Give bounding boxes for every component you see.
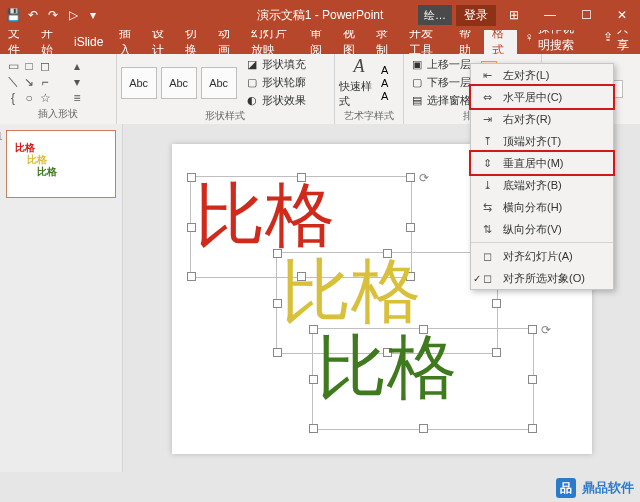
shape-arrow-icon[interactable]: ↘ [22, 75, 36, 89]
group-insert-shape-label: 插入形状 [4, 107, 112, 122]
effects-icon: ◐ [245, 94, 259, 108]
text-green: 比格 [313, 329, 533, 407]
group-shape-styles-label: 形状样式 [121, 109, 330, 124]
shape-rect-icon[interactable]: □ [22, 59, 36, 73]
tab-insert[interactable]: 插入 [111, 30, 144, 54]
close-icon[interactable]: ✕ [604, 0, 640, 30]
save-icon[interactable]: 💾 [4, 6, 22, 24]
thumb-text-green: 比格 [37, 165, 57, 179]
align-item-icon: ⇅ [479, 223, 495, 236]
style-preset-1[interactable]: Abc [121, 67, 157, 99]
contextual-tab-label: 绘… [418, 5, 452, 25]
shape-elbow-icon[interactable]: ⌐ [38, 75, 52, 89]
shape-star-icon[interactable]: ☆ [38, 91, 52, 105]
slideshow-icon[interactable]: ▷ [64, 6, 82, 24]
shape-spacer2 [54, 75, 68, 89]
quick-access-toolbar: 💾 ↶ ↷ ▷ ▾ [0, 0, 106, 30]
tab-file[interactable]: 文件 [0, 30, 33, 54]
qat-more-icon[interactable]: ▾ [84, 6, 102, 24]
send-backward-icon: ▢ [410, 76, 424, 90]
align-item-icon: ⤒ [479, 135, 495, 148]
align-item-label: 水平居中(C) [503, 90, 562, 105]
shape-fill-button[interactable]: ◪形状填充 [243, 56, 308, 73]
undo-icon[interactable]: ↶ [24, 6, 42, 24]
tab-islide[interactable]: iSlide [66, 30, 111, 54]
align-menu-item-5[interactable]: ⤓底端对齐(B) [471, 174, 613, 196]
shape-textbox-icon[interactable]: ▭ [6, 59, 20, 73]
tab-format[interactable]: 格式 [484, 30, 517, 54]
outline-icon: ▢ [245, 76, 259, 90]
ribbon-tabs: 文件 开始 iSlide 插入 设计 切换 动画 幻灯片放映 审阅 视图 录制 … [0, 30, 640, 54]
align-item-icon: ⇕ [479, 157, 495, 170]
align-menu-item-2[interactable]: ⇥右对齐(R) [471, 108, 613, 130]
watermark: 品 鼎品软件 [556, 474, 634, 502]
align-menu-item-6[interactable]: ⇆横向分布(H) [471, 196, 613, 218]
shape-curly-icon[interactable]: { [6, 91, 20, 105]
rotate-handle-icon[interactable]: ⟳ [419, 171, 429, 185]
tab-design[interactable]: 设计 [144, 30, 177, 54]
tab-review[interactable]: 审阅 [302, 30, 335, 54]
share-icon: ⇪ [603, 30, 613, 44]
window-title: 演示文稿1 - PowerPoint [257, 7, 384, 24]
align-menu-item-3[interactable]: ⤒顶端对齐(T) [471, 130, 613, 152]
tab-developer[interactable]: 开发工具 [401, 30, 451, 54]
tab-slideshow[interactable]: 幻灯片放映 [243, 30, 302, 54]
slide-thumbnail-1[interactable]: 1 比格 比格 比格 [6, 130, 116, 198]
tab-record[interactable]: 录制 [368, 30, 401, 54]
send-backward-button[interactable]: ▢下移一层 [408, 74, 473, 91]
group-wordart-label: 艺术字样式 [339, 109, 399, 124]
text-effects-icon[interactable]: A [381, 90, 388, 102]
align-item-label: 纵向分布(V) [503, 222, 562, 237]
align-menu-item-0[interactable]: ⇤左对齐(L) [471, 64, 613, 86]
selection-pane-icon: ▤ [410, 94, 424, 108]
align-menu-item-1[interactable]: ⇔水平居中(C) [469, 84, 615, 110]
shape-oval-icon[interactable]: ○ [22, 91, 36, 105]
style-preset-3[interactable]: Abc [201, 67, 237, 99]
lightbulb-icon: ♀ [525, 30, 534, 44]
align-item-icon: ⇔ [479, 91, 495, 104]
align-menu-item-9[interactable]: ◻对齐幻灯片(A) [471, 245, 613, 267]
fill-icon: ◪ [245, 58, 259, 72]
gallery-more-icon[interactable]: ≡ [70, 91, 84, 105]
text-fill-icon[interactable]: A [381, 64, 388, 76]
tab-animations[interactable]: 动画 [210, 30, 243, 54]
thumbnail-number: 1 [0, 131, 3, 142]
shape-effects-button[interactable]: ◐形状效果 [243, 92, 308, 109]
align-item-label: 底端对齐(B) [503, 178, 562, 193]
align-menu-item-10[interactable]: ◻对齐所选对象(O) [471, 267, 613, 289]
align-item-label: 左对齐(L) [503, 68, 549, 83]
tab-help[interactable]: 帮助 [451, 30, 484, 54]
gallery-up-icon[interactable]: ▴ [70, 59, 84, 73]
quick-styles-button[interactable]: A 快速样式 [339, 56, 379, 109]
tab-view[interactable]: 视图 [335, 30, 368, 54]
bring-forward-icon: ▣ [410, 58, 424, 72]
window-tools-icon[interactable]: ⊞ [496, 0, 532, 30]
tab-transitions[interactable]: 切换 [177, 30, 210, 54]
shape-gallery[interactable]: ▭□◻ ▴ ＼↘⌐ ▾ {○☆ ≡ [4, 57, 98, 107]
textbox-green[interactable]: 比格 ⟳ [312, 328, 534, 430]
tab-home[interactable]: 开始 [33, 30, 66, 54]
style-preset-2[interactable]: Abc [161, 67, 197, 99]
text-outline-icon[interactable]: A [381, 77, 388, 89]
text-yellow: 比格 [277, 253, 497, 331]
minimize-icon[interactable]: — [532, 0, 568, 30]
rotate-handle-icon[interactable]: ⟳ [541, 323, 551, 337]
redo-icon[interactable]: ↷ [44, 6, 62, 24]
shape-line-icon[interactable]: ＼ [6, 75, 20, 89]
align-menu-item-4[interactable]: ⇕垂直居中(M) [469, 150, 615, 176]
bring-forward-button[interactable]: ▣上移一层 [408, 56, 473, 73]
group-shape-styles: Abc Abc Abc ◪形状填充 ▢形状轮廓 ◐形状效果 形状样式 [117, 54, 335, 124]
gallery-down-icon[interactable]: ▾ [70, 75, 84, 89]
align-item-label: 右对齐(R) [503, 112, 551, 127]
selection-pane-button[interactable]: ▤选择窗格 [408, 92, 473, 109]
align-item-label: 对齐幻灯片(A) [503, 249, 573, 264]
align-menu-item-7[interactable]: ⇅纵向分布(V) [471, 218, 613, 240]
maximize-icon[interactable]: ☐ [568, 0, 604, 30]
shape-spacer3 [54, 91, 68, 105]
shape-spacer1 [54, 59, 68, 73]
shape-rrect-icon[interactable]: ◻ [38, 59, 52, 73]
style-gallery[interactable]: Abc Abc Abc [121, 67, 237, 99]
align-item-icon: ⇤ [479, 69, 495, 82]
shape-outline-button[interactable]: ▢形状轮廓 [243, 74, 308, 91]
login-button[interactable]: 登录 [456, 5, 496, 26]
